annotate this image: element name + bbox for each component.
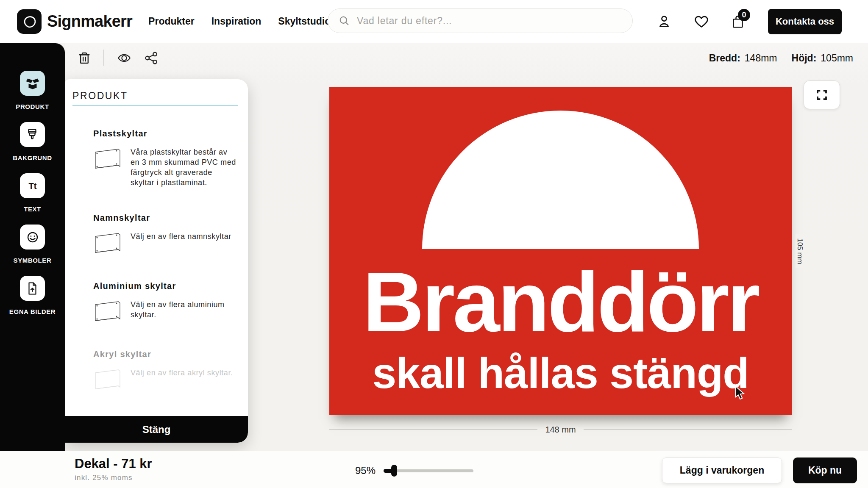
- svg-text:Tt: Tt: [28, 181, 36, 191]
- close-panel-button[interactable]: Stäng: [65, 416, 248, 443]
- brand-name: Signmakerr: [47, 12, 132, 30]
- product-panel: PRODUKT Plastskyltar Våra plastskyltar b…: [65, 79, 248, 443]
- text-icon: Tt: [20, 173, 45, 198]
- sign-semicircle-shape[interactable]: [422, 111, 699, 249]
- sidebar-item-text[interactable]: Tt TEXT: [20, 173, 45, 213]
- sign-design-canvas[interactable]: Branddörr skall hållas stängd: [329, 87, 792, 415]
- height-dimension-line: 105 mm: [795, 87, 805, 415]
- sidebar-label: BAKGRUND: [13, 154, 52, 162]
- editor-sidebar: PRODUKT BAKGRUND Tt TEXT: [0, 43, 65, 488]
- height-value: 105mm: [821, 53, 853, 64]
- product-option-description: Välj en av flera namnskyltar: [131, 231, 238, 256]
- sidebar-item-produkt[interactable]: PRODUKT: [16, 71, 49, 111]
- product-option-description: Välj en av flera aluminium skyltar.: [131, 299, 238, 324]
- design-canvas-area: Bredd: 148mm Höjd: 105mm PRODUKT Plastsk…: [65, 43, 868, 451]
- sign-panel-thumbnail-icon: [93, 299, 122, 324]
- account-icon[interactable]: [657, 14, 672, 29]
- product-option-akryl-skyltar[interactable]: Akryl skyltar Välj en av flera akryl sky…: [93, 349, 238, 392]
- product-option-heading: Namnskyltar: [93, 213, 238, 223]
- product-option-heading: Akryl skyltar: [93, 349, 238, 359]
- search-input[interactable]: [357, 15, 622, 27]
- product-option-aluminium-skyltar[interactable]: Aluminium skyltar Välj en av flera alumi…: [93, 281, 238, 324]
- product-option-description: Välj en av flera akryl skyltar.: [131, 368, 238, 392]
- fullscreen-button[interactable]: [804, 80, 840, 109]
- contact-us-button[interactable]: Kontakta oss: [768, 9, 842, 34]
- brand-logo-icon: [17, 9, 42, 34]
- share-icon[interactable]: [144, 51, 159, 65]
- product-option-plastskyltar[interactable]: Plastskyltar Våra plastskyltar består av…: [93, 129, 238, 188]
- sidebar-item-bakgrund[interactable]: BAKGRUND: [13, 122, 52, 162]
- toolbar-divider: [103, 50, 104, 66]
- width-value: 148mm: [745, 53, 777, 64]
- product-option-heading: Plastskyltar: [93, 129, 238, 139]
- nav-link-produkter[interactable]: Produkter: [148, 16, 195, 27]
- cart-button[interactable]: 0: [730, 14, 746, 29]
- sidebar-item-egna-bilder[interactable]: EGNA BILDER: [9, 276, 56, 316]
- sign-panel-thumbnail-icon: [93, 231, 122, 256]
- brand-logo-group[interactable]: Signmakerr: [17, 9, 132, 34]
- trash-icon[interactable]: [77, 51, 92, 65]
- nav-link-inspiration[interactable]: Inspiration: [211, 16, 262, 27]
- panel-sections: Plastskyltar Våra plastskyltar består av…: [65, 106, 248, 392]
- maximize-icon: [815, 89, 828, 101]
- checkout-footer: Dekal - 71 kr inkl. 25% moms 95% Lägg i …: [0, 451, 868, 488]
- paintbrush-icon: [20, 122, 45, 147]
- zoom-value-label: 95%: [354, 465, 376, 477]
- search-icon: [338, 15, 350, 27]
- search-bar[interactable]: [328, 8, 633, 33]
- signmaker-app: Signmakerr Produkter Inspiration Skyltst…: [0, 0, 868, 488]
- top-navbar: Signmakerr Produkter Inspiration Skyltst…: [0, 0, 868, 43]
- sign-panel-thumbnail-icon: [93, 368, 122, 392]
- sign-panel-thumbnail-icon: [93, 147, 122, 172]
- zoom-slider[interactable]: [384, 465, 473, 477]
- product-price: Dekal - 71 kr: [75, 456, 152, 471]
- product-option-namnskyltar[interactable]: Namnskyltar Välj en av flera namnskyltar: [93, 213, 238, 256]
- height-label: Höjd:: [792, 53, 817, 64]
- sign-text-line1[interactable]: Branddörr: [329, 260, 792, 344]
- vat-note: inkl. 25% moms: [75, 474, 133, 482]
- sidebar-label: SYMBOLER: [14, 257, 52, 264]
- dimensions-readout: Bredd: 148mm Höjd: 105mm: [709, 53, 853, 64]
- product-option-heading: Aluminium skyltar: [93, 281, 238, 291]
- add-to-cart-button[interactable]: Lägg i varukorgen: [662, 458, 782, 483]
- width-dimension-line: 148 mm: [329, 424, 792, 435]
- sidebar-label: PRODUKT: [16, 103, 49, 111]
- smiley-icon: [20, 225, 45, 250]
- favorites-heart-icon[interactable]: [694, 14, 709, 29]
- sidebar-label: TEXT: [24, 205, 41, 213]
- zoom-slider-thumb[interactable]: [391, 465, 397, 477]
- main-nav: Produkter Inspiration Skyltstudion: [148, 16, 337, 27]
- image-upload-icon: [20, 276, 45, 301]
- cart-count-badge: 0: [738, 9, 750, 21]
- height-dimension-label: 105 mm: [796, 234, 804, 268]
- sign-text-line2[interactable]: skall hållas stängd: [329, 352, 792, 395]
- product-option-description: Våra plastskyltar består av en 3 mm skum…: [131, 147, 238, 188]
- panel-title: PRODUKT: [72, 90, 238, 106]
- sidebar-label: EGNA BILDER: [9, 308, 56, 316]
- width-label: Bredd:: [709, 53, 740, 64]
- width-dimension-label: 148 mm: [537, 425, 583, 435]
- sidebar-item-symboler[interactable]: SYMBOLER: [14, 225, 52, 264]
- eye-preview-icon[interactable]: [117, 51, 131, 65]
- package-icon: [20, 71, 45, 96]
- buy-now-button[interactable]: Köp nu: [793, 458, 857, 483]
